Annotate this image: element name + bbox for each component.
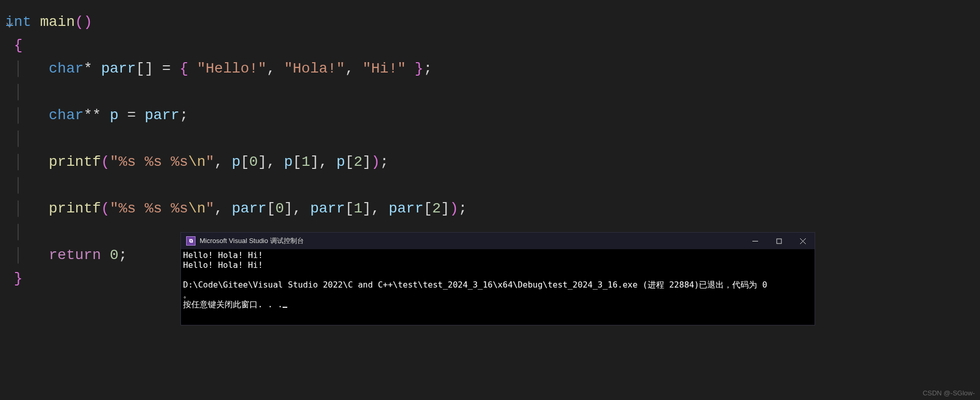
console-line: 按任意键关闭此窗口. . . — [183, 299, 283, 309]
code-line[interactable]: │ char* parr[] = { "Hello!", "Hola!", "H… — [0, 57, 980, 80]
close-icon — [800, 238, 806, 244]
code-line[interactable]: │ char** p = parr; — [0, 104, 980, 127]
console-line: 。 — [183, 290, 191, 299]
console-line: Hello! Hola! Hi! — [183, 260, 263, 270]
code-line[interactable]: { — [0, 34, 980, 57]
maximize-icon — [776, 238, 782, 244]
code-line[interactable]: │ — [0, 174, 980, 197]
minimize-icon — [752, 238, 758, 244]
close-button[interactable] — [791, 233, 815, 249]
console-line: D:\Code\Gitee\Visual Studio 2022\C and C… — [183, 280, 767, 290]
code-line[interactable]: ⌄int main() — [0, 10, 980, 34]
code-line[interactable]: │ printf("%s %s %s\n", parr[0], parr[1],… — [0, 197, 980, 220]
debug-console-window: ⧉ Microsoft Visual Studio 调试控制台 Hello! H… — [180, 232, 815, 325]
svg-rect-1 — [777, 239, 781, 244]
window-title: Microsoft Visual Studio 调试控制台 — [200, 236, 304, 246]
code-line[interactable]: │ — [0, 127, 980, 150]
code-line[interactable]: │ — [0, 80, 980, 104]
code-line[interactable]: │ printf("%s %s %s\n", p[0], p[1], p[2])… — [0, 150, 980, 174]
watermark: CSDN @-SGlow- — [922, 389, 975, 397]
maximize-button[interactable] — [767, 233, 791, 249]
minimize-button[interactable] — [743, 233, 767, 249]
titlebar[interactable]: ⧉ Microsoft Visual Studio 调试控制台 — [181, 233, 815, 249]
cursor-icon — [283, 307, 287, 308]
console-output[interactable]: Hello! Hola! Hi! Hello! Hola! Hi! D:\Cod… — [181, 249, 815, 325]
vs-icon: ⧉ — [186, 236, 195, 246]
console-line: Hello! Hola! Hi! — [183, 250, 263, 260]
code-editor[interactable]: ⌄int main() { │ char* parr[] = { "Hello!… — [0, 0, 980, 400]
